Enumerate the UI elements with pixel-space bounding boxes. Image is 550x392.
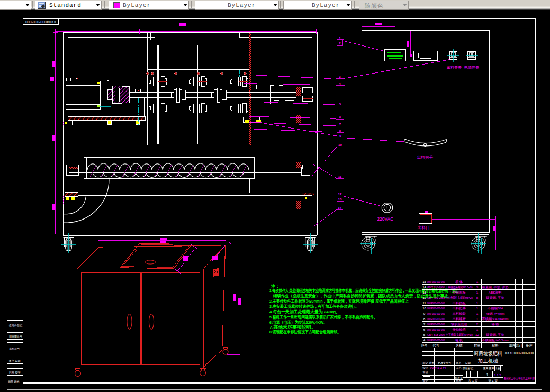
svg-text:出料开关: 出料开关 [447,65,462,69]
svg-text:220VAC: 220VAC [377,216,393,222]
svg-text:GB/T 70.1-2008: GB/T 70.1-2008 [427,296,445,299]
svg-text:6: 6 [423,327,426,331]
svg-text:000F000-000-000: 000F000-000-000 [427,306,445,310]
svg-text:1: 1 [476,301,479,305]
svg-text:第 1 页: 第 1 页 [488,379,498,382]
svg-text:GB/T 818-2000: GB/T 818-2000 [427,333,445,336]
svg-text:审核: 审核 [423,371,428,374]
svg-text:设计: 设计 [422,366,428,369]
svg-text:1: 1 [476,312,479,315]
svg-text:不锈钢板:t=0.5mm: 不锈钢板:t=0.5mm [482,338,509,342]
svg-text:加工机械: 加工机械 [478,358,498,364]
svg-text:控制面板: 控制面板 [453,290,466,295]
svg-text:更改文件号: 更改文件号 [438,361,451,364]
svg-text:数量: 数量 [474,343,480,347]
svg-text:1: 1 [486,373,489,377]
svg-text:XXX: XXX [430,367,436,370]
svg-text:7.其他未尽事项说明。: 7.其他未尽事项说明。 [269,325,316,330]
svg-text:出料螺杆: 出料螺杆 [453,317,466,321]
svg-text:2.主要传动件工作转速为30r/min，属于低转速，实际环境: 2.主要传动件工作转速为30r/min，属于低转速，实际环境噪声值 应低于产品国… [269,298,409,304]
svg-text:签名: 签名 [456,361,462,365]
svg-text:借用件登记: 借用件登记 [8,324,22,327]
svg-text:箱 体: 箱 体 [455,280,463,284]
svg-text:000-000-000#XXX: 000-000-000#XXX [25,20,57,24]
svg-text:11: 11 [338,175,342,178]
svg-text:3: 3 [476,285,479,289]
svg-text:2: 2 [339,41,341,45]
svg-text:重量: 重量 [489,367,494,370]
svg-text:旧底图总号: 旧底图总号 [9,335,22,339]
svg-text:6: 6 [339,115,341,119]
svg-text:5.整机工作一旦出现问题需联系售后厂家维修，不得私自拆卸配件: 5.整机工作一旦出现问题需联系售后厂家维修，不得私自拆卸配件。 [269,314,377,320]
svg-text:10: 10 [338,143,342,147]
svg-text:电 机: 电 机 [455,338,463,342]
svg-text:1: 1 [476,338,479,342]
svg-text:12: 12 [475,333,479,336]
svg-text:8: 8 [423,317,426,321]
svg-text:3.先安装工况就位转速件场，有可加工任务多次进行。: 3.先安装工况就位转速件场，有可加工任务多次进行。 [269,304,359,309]
svg-text:4: 4 [423,338,426,342]
svg-text:工艺: 工艺 [456,366,462,369]
svg-text:000F000-000-000: 000F000-000-000 [427,312,445,315]
svg-text:十字槽盘头螺钉M3.5×16: 十字槽盘头螺钉M3.5×16 [446,285,473,289]
svg-text:12: 12 [422,296,426,299]
svg-text:总计: 总计 [515,343,522,347]
svg-text:材料: 材料 [491,343,498,348]
svg-text:十字槽盘头螺钉M4×10: 十字槽盘头螺钉M4×10 [446,333,473,337]
svg-text:5: 5 [423,333,426,336]
svg-text:9: 9 [339,134,341,138]
svg-text:碳素钢, 平垫: 碳素钢, 平垫 [485,333,504,336]
svg-text:XXXF000-000-000: XXXF000-000-000 [504,351,534,355]
svg-text:8: 8 [476,296,479,299]
svg-text:11: 11 [422,301,426,305]
svg-text:序号: 序号 [421,343,427,347]
svg-text:出料把手: 出料把手 [453,306,466,311]
svg-text:12: 12 [338,192,342,196]
svg-text:8: 8 [339,129,341,132]
svg-text:1: 1 [476,317,479,321]
svg-text:15: 15 [422,280,426,284]
svg-text:阶段标记: 阶段标记 [463,367,473,370]
svg-text:审定: 审定 [423,379,428,383]
svg-text:日期 签字: 日期 签字 [9,371,20,375]
svg-text:6.电源（电压）为交流220V,4KW。: 6.电源（电压）为交流220V,4KW。 [269,320,327,325]
svg-text:1: 1 [476,306,479,310]
svg-text:不锈钢304: 不锈钢304 [487,306,503,311]
svg-text:8.该装配在未标注情况下方可配合组装调试。: 8.该装配在未标注情况下方可配合组装调试。 [269,329,341,334]
svg-text:14: 14 [422,285,426,289]
svg-text:4.每台一天加工处理最大量为 240kg。: 4.每台一天加工处理最大量为 240kg。 [269,309,340,314]
svg-text:1: 1 [476,280,479,284]
svg-text:郑州轻工业大学机电工程学院: 郑州轻工业大学机电工程学院 [504,376,535,381]
svg-text:厨房垃圾肥料: 厨房垃圾肥料 [474,350,502,357]
svg-text:批准: 批准 [456,379,462,383]
svg-text:14: 14 [338,206,341,209]
svg-text:比例: 比例 [495,367,500,370]
svg-text:出料把手: 出料把手 [417,155,434,160]
svg-text:备注: 备注 [526,343,532,348]
svg-text:轴承座总成: 轴承座总成 [451,322,467,326]
svg-text:传动轴组: 传动轴组 [453,327,466,332]
svg-text:代号: 代号 [432,343,439,347]
svg-text:出料轴套: 出料轴套 [453,312,466,316]
svg-text:1: 1 [339,36,341,40]
svg-text:000F000-000-000: 000F000-000-000 [427,338,445,342]
svg-text:GB/T 818-2000: GB/T 818-2000 [427,285,445,289]
svg-text:45钢, t=4mm: 45钢, t=4mm [486,312,505,315]
svg-text:3: 3 [339,75,341,78]
svg-text:1: 1 [476,290,479,294]
svg-text:单件: 单件 [509,343,516,347]
svg-text:1: 1 [476,327,479,331]
svg-text:共 1 页: 共 1 页 [468,379,478,382]
svg-text:重量: 重量 [483,367,489,370]
svg-text:9: 9 [423,312,426,315]
svg-text:5: 5 [339,102,341,106]
svg-text:出料口: 出料口 [418,225,430,230]
svg-text:内六角圆柱头螺钉M6×20: 内六角圆柱头螺钉M6×20 [446,296,473,300]
svg-text:000F000-000-000: 000F000-000-000 [427,322,445,326]
svg-text:签字 日期: 签字 日期 [9,359,20,363]
svg-text:4: 4 [339,81,341,85]
svg-text:处数: 处数 [429,361,435,365]
svg-text:碳素钢, 平垫: 碳素钢, 平垫 [485,296,504,299]
svg-text:2: 2 [476,322,479,326]
svg-text:不锈钢304 t=4mm: 不锈钢304 t=4mm [481,317,508,321]
